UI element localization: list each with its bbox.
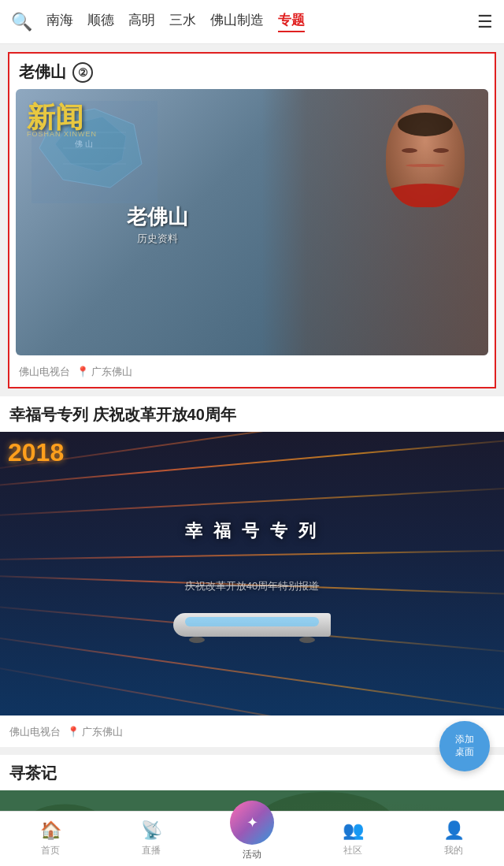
- card-footer-xingfu: 佛山电视台 📍 广东佛山: [0, 722, 504, 747]
- search-icon[interactable]: 🔍: [11, 12, 32, 32]
- location-pin-icon-2: 📍: [67, 726, 80, 738]
- card-xingfu[interactable]: 幸福号专列 庆祝改革开放40周年 2018: [0, 396, 504, 747]
- nav-item-gaoming[interactable]: 高明: [128, 11, 155, 32]
- thumb-inner-xingfu: 2018 幸 福 号 专 列 庆祝改革开放40周年特别报道: [0, 432, 504, 715]
- home-icon: 🏠: [40, 820, 61, 841]
- train-graphic: [173, 605, 331, 645]
- card-source-xingfu: 佛山电视台: [9, 725, 61, 739]
- header: 🔍 南海 顺德 高明 三水 佛山制造 专题 ☰: [0, 0, 504, 44]
- thumb-overlay-main-text: 老佛山 历史资料: [127, 203, 188, 246]
- news-brand: FOSHAN XINWEN: [27, 130, 97, 138]
- card-thumbnail-laofoshan[interactable]: 佛 山 新闻 FOSHAN XINWEN: [16, 89, 488, 355]
- xingfu-sub-text: 庆祝改革开放40周年特别报道: [185, 579, 319, 593]
- bottom-nav-home[interactable]: 🏠 首页: [0, 820, 101, 857]
- card-title-xuncha: 寻茶记: [9, 763, 57, 784]
- card-location-text-2: 广东佛山: [82, 725, 123, 739]
- card-title-laofoshan: 老佛山: [19, 61, 66, 83]
- mine-label: 我的: [444, 844, 463, 857]
- bottom-nav-live[interactable]: 📡 直播: [101, 820, 202, 857]
- activity-icon: ✦: [246, 814, 258, 831]
- scroll-content: 老佛山 ② 佛 山 新闻 FOSHAN XINWEN: [0, 52, 504, 866]
- activity-label: 活动: [243, 848, 261, 861]
- card-header-laofoshan: 老佛山 ②: [9, 54, 495, 89]
- card-title-xingfu: 幸福号专列 庆祝改革开放40周年: [9, 404, 236, 426]
- activity-icon-wrap: ✦: [230, 801, 274, 845]
- live-label: 直播: [142, 844, 161, 857]
- thumb-inner-laofoshan: 佛 山 新闻 FOSHAN XINWEN: [16, 89, 488, 355]
- bottom-nav: 🏠 首页 📡 直播 ✦ 活动 👥 社区 👤 我的: [0, 811, 504, 866]
- card-location-text: 广东佛山: [91, 365, 132, 379]
- speed-lines: [0, 432, 504, 715]
- card-location-xingfu: 📍 广东佛山: [67, 725, 123, 739]
- location-pin-icon: 📍: [76, 366, 89, 377]
- card-footer-laofoshan: 佛山电视台 📍 广东佛山: [9, 362, 495, 387]
- fab-label: 添加桌面: [455, 734, 474, 758]
- menu-icon[interactable]: ☰: [477, 12, 493, 32]
- card-header-xuncha: 寻茶记: [0, 763, 504, 790]
- bottom-nav-community[interactable]: 👥 社区: [302, 820, 403, 857]
- xingfu-year-text: 2018: [8, 438, 64, 467]
- nav-item-shunde[interactable]: 顺德: [87, 11, 114, 32]
- add-to-desktop-button[interactable]: 添加桌面: [439, 721, 490, 771]
- person-face: [386, 105, 465, 207]
- bottom-nav-mine[interactable]: 👤 我的: [403, 820, 504, 857]
- community-label: 社区: [343, 844, 362, 857]
- bottom-nav-activity[interactable]: ✦ 活动: [202, 816, 302, 861]
- card-laofoshan[interactable]: 老佛山 ② 佛 山 新闻 FOSHAN XINWEN: [8, 52, 496, 388]
- header-nav: 南海 顺德 高明 三水 佛山制造 专题: [46, 11, 463, 32]
- home-label: 首页: [41, 844, 60, 857]
- card-source-laofoshan: 佛山电视台: [19, 365, 70, 379]
- xingfu-main-text: 幸 福 号 专 列: [185, 519, 319, 543]
- nav-item-foshan-made[interactable]: 佛山制造: [210, 11, 264, 32]
- card-location-laofoshan: 📍 广东佛山: [76, 365, 132, 379]
- svg-text:山: 山: [85, 139, 93, 148]
- community-icon: 👥: [343, 820, 364, 841]
- card-badge-laofoshan: ②: [72, 62, 93, 83]
- card-thumbnail-xingfu[interactable]: 2018 幸 福 号 专 列 庆祝改革开放40周年特别报道: [0, 432, 504, 715]
- card-header-xingfu: 幸福号专列 庆祝改革开放40周年: [0, 404, 504, 432]
- nav-item-sanshui[interactable]: 三水: [169, 11, 196, 32]
- nav-item-zhuanti[interactable]: 专题: [278, 11, 305, 32]
- live-icon: 📡: [141, 820, 162, 841]
- svg-text:佛: 佛: [75, 139, 83, 148]
- nav-item-nanhai[interactable]: 南海: [46, 11, 73, 32]
- mine-icon: 👤: [443, 820, 465, 841]
